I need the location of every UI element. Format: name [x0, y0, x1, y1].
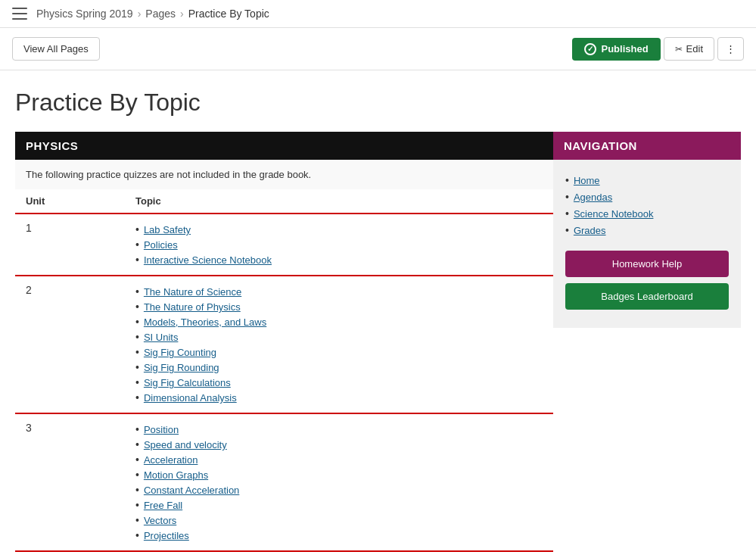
list-item: Vectors: [135, 513, 543, 528]
topic-link[interactable]: Sig Fig Rounding: [144, 362, 219, 373]
list-item: Position: [135, 422, 543, 437]
list-item: Lab Safety: [135, 222, 543, 237]
unit-topics: Lab SafetyPoliciesInteractive Science No…: [125, 214, 553, 276]
list-item: Sig Fig Counting: [135, 344, 543, 360]
top-nav-bar: Physics Spring 2019 › Pages › Practice B…: [0, 0, 756, 28]
list-item: Science Notebook: [565, 205, 729, 222]
nav-content: HomeAgendasScience NotebookGrades Homewo…: [553, 160, 741, 328]
column-headers-row: Unit Topic: [15, 189, 553, 214]
table-row: 2The Nature of ScienceThe Nature of Phys…: [15, 276, 553, 413]
nav-header: NAVIGATION: [553, 132, 741, 160]
list-item: Interactive Science Notebook: [135, 252, 543, 267]
nav-link[interactable]: Home: [574, 175, 600, 186]
list-item: Grades: [565, 222, 729, 238]
check-circle-icon: ✓: [584, 43, 596, 55]
physics-table-header: PHYSICS: [15, 132, 553, 160]
breadcrumb-current: Practice By Topic: [188, 8, 269, 20]
edit-button[interactable]: ✂ Edit: [664, 37, 714, 61]
breadcrumb-sep-2: ›: [180, 8, 184, 20]
intro-row: The following practice quizzes are not i…: [15, 160, 553, 189]
breadcrumb-sep-1: ›: [138, 8, 142, 20]
list-item: Constant Acceleration: [135, 482, 543, 497]
list-item: The Nature of Science: [135, 284, 543, 299]
content-table: PHYSICS The following practice quizzes a…: [15, 132, 553, 558]
unit-topics: The Nature of ScienceThe Nature of Physi…: [125, 276, 553, 413]
list-item: Speed and velocity: [135, 437, 543, 452]
table-row: 3PositionSpeed and velocityAccelerationM…: [15, 413, 553, 551]
list-item: Policies: [135, 237, 543, 252]
breadcrumb: Physics Spring 2019 › Pages › Practice B…: [36, 8, 269, 20]
scissors-icon: ✂: [675, 44, 683, 55]
topic-link[interactable]: Projectiles: [144, 530, 189, 541]
table-row: 1Lab SafetyPoliciesInteractive Science N…: [15, 214, 553, 276]
nav-link[interactable]: Agendas: [574, 192, 612, 203]
view-all-pages-button[interactable]: View All Pages: [12, 37, 100, 61]
list-item: Home: [565, 172, 729, 189]
page-title: Practice By Topic: [15, 89, 741, 117]
list-item: Sig Fig Rounding: [135, 360, 543, 375]
list-item: The Nature of Physics: [135, 299, 543, 314]
hamburger-menu-icon[interactable]: [12, 8, 27, 20]
col-header-topic: Topic: [125, 189, 553, 214]
table-row: 4ForcesWeightFree Body DiagramsNewton's …: [15, 551, 553, 558]
unit-topics: ForcesWeightFree Body DiagramsNewton's F…: [125, 551, 553, 558]
unit-number: 3: [15, 413, 125, 551]
page-content: Practice By Topic PHYSICS The following …: [0, 70, 756, 558]
topic-link[interactable]: Models, Theories, and Laws: [144, 316, 266, 328]
published-label: Published: [601, 43, 648, 55]
topic-link[interactable]: Vectors: [144, 515, 176, 526]
unit-number: 2: [15, 276, 125, 413]
topic-link[interactable]: Sig Fig Calculations: [144, 377, 231, 388]
main-layout: PHYSICS The following practice quizzes a…: [15, 132, 741, 558]
topic-link[interactable]: Lab Safety: [144, 224, 191, 235]
physics-table: PHYSICS The following practice quizzes a…: [15, 132, 553, 558]
toolbar-actions: ✓ Published ✂ Edit ⋮: [572, 37, 744, 61]
list-item: Projectiles: [135, 528, 543, 543]
list-item: Acceleration: [135, 452, 543, 467]
breadcrumb-pages[interactable]: Pages: [145, 8, 176, 20]
topic-link[interactable]: Motion Graphs: [144, 469, 208, 481]
topic-link[interactable]: Speed and velocity: [144, 439, 227, 450]
nav-list: HomeAgendasScience NotebookGrades: [565, 172, 729, 238]
topic-link[interactable]: Interactive Science Notebook: [144, 254, 272, 266]
more-options-button[interactable]: ⋮: [717, 37, 744, 61]
topic-link[interactable]: Free Fall: [144, 500, 182, 511]
breadcrumb-course[interactable]: Physics Spring 2019: [36, 8, 133, 20]
topic-link[interactable]: SI Units: [144, 332, 179, 343]
unit-number: 1: [15, 214, 125, 276]
list-item: Dimensional Analysis: [135, 390, 543, 405]
nav-link[interactable]: Grades: [574, 225, 606, 236]
topic-link[interactable]: Policies: [144, 239, 178, 251]
nav-link[interactable]: Science Notebook: [574, 208, 654, 220]
list-item: SI Units: [135, 329, 543, 344]
intro-text: The following practice quizzes are not i…: [15, 160, 553, 189]
topic-link[interactable]: Constant Acceleration: [144, 485, 239, 496]
list-item: Agendas: [565, 189, 729, 205]
published-button[interactable]: ✓ Published: [572, 38, 660, 61]
list-item: Sig Fig Calculations: [135, 375, 543, 390]
col-header-unit: Unit: [15, 189, 125, 214]
unit-number: 4: [15, 551, 125, 558]
unit-topics: PositionSpeed and velocityAccelerationMo…: [125, 413, 553, 551]
topic-link[interactable]: The Nature of Physics: [144, 301, 241, 313]
list-item: Models, Theories, and Laws: [135, 314, 543, 329]
topic-link[interactable]: Dimensional Analysis: [144, 392, 237, 404]
navigation-sidebar: NAVIGATION HomeAgendasScience NotebookGr…: [553, 132, 741, 558]
list-item: Free Fall: [135, 497, 543, 513]
topic-link[interactable]: Sig Fig Counting: [144, 347, 216, 358]
homework-help-button[interactable]: Homework Help: [565, 251, 729, 277]
topic-link[interactable]: Position: [144, 424, 179, 435]
topic-link[interactable]: Acceleration: [144, 454, 198, 466]
list-item: Motion Graphs: [135, 467, 543, 482]
toolbar: View All Pages ✓ Published ✂ Edit ⋮: [0, 28, 756, 70]
topic-link[interactable]: The Nature of Science: [144, 286, 241, 298]
badges-leaderboard-button[interactable]: Badges Leaderboard: [565, 283, 729, 310]
